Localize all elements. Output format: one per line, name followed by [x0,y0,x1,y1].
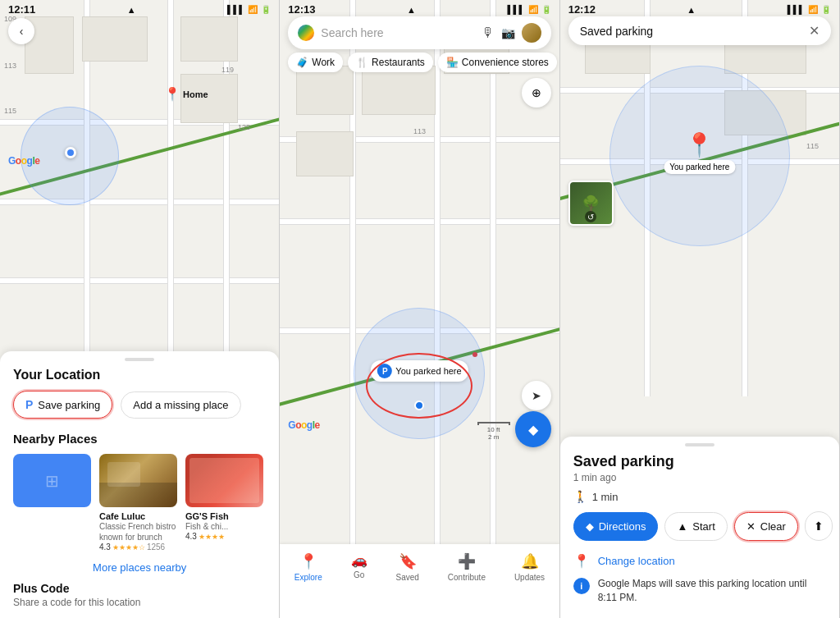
work-label: Work [312,57,335,68]
ggs-img [185,454,263,507]
go-icon: 🚗 [351,552,368,568]
panel-map-search: 12:13 ▲ ▌▌▌ 📶 🔋 Search here 🎙 📷 🧳 Work 🍴… [280,0,559,618]
cafe-luluc-name: Cafe Luluc [99,511,177,521]
time-1: 12:11 [8,3,35,16]
change-location-link[interactable]: Change location [598,555,675,567]
navigate-icon-2: ➤ [532,389,541,402]
nav-item-explore[interactable]: 📍 Explore [294,552,322,582]
ggs-stars: ★★★★ [199,533,225,541]
walk-time-row: 🚶 1 min [573,490,826,503]
parking-p-icon: P [25,398,33,411]
nearby-places-title: Nearby Places [13,432,266,446]
start-button[interactable]: ▲ Start [664,512,727,541]
google-logo-1: Google [8,154,39,167]
nav-item-updates[interactable]: 🔔 Updates [514,552,545,582]
you-parked-here-pin-area: 📍 You parked here [664,131,735,174]
filter-chip-restaurants[interactable]: 🍴 Restaurants [348,53,433,72]
google-maps-icon-2 [298,25,314,41]
nearby-places-grid: ⊞ Cafe Luluc Classic French bistro known… [13,454,266,552]
search-bar-2[interactable]: Search here 🎙 📷 [288,16,550,49]
battery-icon-3: 🔋 [821,5,831,14]
work-icon: 🧳 [296,57,308,68]
status-bar-3: 12:12 ▲ ▌▌▌ 📶 🔋 [560,0,839,17]
nav-item-saved[interactable]: 🔖 Saved [396,552,419,582]
map-panel3: 113 115 📍 You parked here 🌳 ↺ [560,0,839,396]
wifi-icon-1: 📶 [248,5,258,14]
camera-icon-2[interactable]: 📷 [501,26,515,39]
add-missing-place-button[interactable]: Add a missing place [121,391,240,419]
info-text: Google Maps will save this parking locat… [598,577,826,605]
clear-x-icon: ✕ [746,520,756,533]
your-location-title: Your Location [13,368,266,382]
share-icon: ⬆ [814,520,824,533]
wifi-icon-3: 📶 [808,5,818,14]
search-bar-3[interactable]: Saved parking ✕ [568,16,831,45]
clear-label: Clear [760,520,786,533]
panel-your-location: 12:11 ▲ ▌▌▌ 📶 🔋 ‹ 109 113 115 119 125 [0,0,280,618]
map-label-125: 125 [238,123,250,131]
action-buttons-row: P Save parking Add a missing place [13,391,266,419]
bottom-sheet-panel3: Saved parking 1 min ago 🚶 1 min ◆ Direct… [560,437,839,618]
cafe-luluc-photo [99,454,177,507]
nearby-card-ggs[interactable]: GG'S Fish Fish & chi... 4.3 ★★★★ [185,454,263,552]
status-icons-2: ▌▌▌ 📶 🔋 [507,5,550,14]
bottom-nav-2: 📍 Explore 🚗 Go 🔖 Saved ➕ Contribute 🔔 Up… [280,544,559,618]
nav-item-contribute[interactable]: ➕ Contribute [448,552,486,582]
map-panel1: 109 113 115 119 125 📍 Home Google [0,0,279,396]
convenience-icon: 🏪 [446,57,459,68]
back-button[interactable]: ‹ [8,18,34,44]
location-arrow-icon-3: ▲ [687,5,696,15]
navigate-button-2[interactable]: ➤ [522,381,551,410]
convenience-label: Convenience stores [462,57,549,68]
signal-icon-1: ▌▌▌ [227,5,244,14]
navigation-float-button-2[interactable]: ◆ [515,411,551,447]
walk-icon: 🚶 [573,490,587,503]
add-missing-label: Add a missing place [133,399,228,411]
cafe-luluc-desc: Classic French bistro known for brunch [99,521,177,542]
status-icons-1: ▌▌▌ 📶 🔋 [227,5,271,14]
clear-search-button-3[interactable]: ✕ [809,23,819,39]
signal-icon-3: ▌▌▌ [788,5,805,14]
filter-chip-work[interactable]: 🧳 Work [288,53,343,72]
directions-icon: ◆ [586,520,594,533]
nav-float-icon-2: ◆ [528,422,538,437]
location-arrow-icon-1: ▲ [127,5,136,15]
nearby-card-placeholder: ⊞ [13,454,91,552]
cafe-luluc-img [99,454,177,507]
home-pin: 📍 Home [164,86,208,102]
nearby-card-cafe-luluc[interactable]: Cafe Luluc Classic French bistro known f… [99,454,177,552]
location-arrow-icon-2: ▲ [407,5,416,15]
updates-icon: 🔔 [521,552,539,570]
plus-code-sub: Share a code for this location [13,597,266,608]
map-label-113-p2: 113 [413,127,426,135]
saved-parking-time-ago: 1 min ago [573,472,826,483]
clear-button[interactable]: ✕ Clear [734,512,798,541]
updates-label: Updates [514,573,545,582]
plus-code-section: Plus Code Share a code for this location [13,582,266,608]
scale-bar-2: 10 ft 2 m [477,422,510,441]
home-label: Home [183,89,208,99]
user-avatar-2[interactable] [522,23,541,43]
battery-icon-1: 🔋 [261,5,271,14]
cafe-luluc-stars: ★★★★☆ [112,543,145,552]
saved-parking-title: Saved parking [573,453,826,470]
directions-button[interactable]: ◆ Directions [573,512,659,541]
go-label: Go [354,570,364,579]
save-parking-button[interactable]: P Save parking [13,391,112,419]
filter-chip-convenience[interactable]: 🏪 Convenience stores [438,53,557,72]
microphone-icon-2[interactable]: 🎙 [482,25,495,40]
status-bar-2: 12:13 ▲ ▌▌▌ 📶 🔋 [280,0,559,17]
thumbnail-360-icon: ↺ [585,211,596,222]
save-parking-label: Save parking [38,399,100,411]
contribute-label: Contribute [448,573,486,582]
share-button[interactable]: ⬆ [805,511,833,541]
more-places-link[interactable]: More places nearby [13,561,266,574]
filter-row-2: 🧳 Work 🍴 Restaurants 🏪 Convenience store… [288,53,550,72]
layers-icon-2: ⊕ [532,86,541,99]
location-thumbnail-3[interactable]: 🌳 ↺ [568,181,614,226]
wifi-icon-2: 📶 [528,5,538,14]
nav-item-go[interactable]: 🚗 Go [351,552,368,579]
sheet-handle-1 [125,358,154,361]
search-input-2[interactable]: Search here [321,26,474,39]
layers-button-2[interactable]: ⊕ [522,78,551,108]
